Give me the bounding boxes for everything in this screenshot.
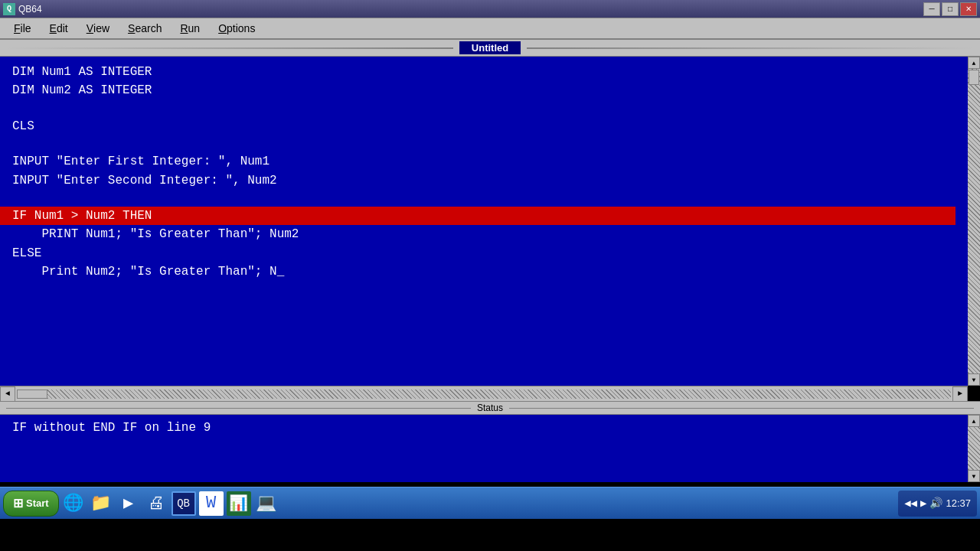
app-icon: Q <box>3 3 15 15</box>
taskbar-icon-qb64[interactable]: QB <box>172 491 196 516</box>
code-line-5 <box>0 135 956 152</box>
status-vertical-scrollbar[interactable]: ▲ ▼ <box>968 415 980 482</box>
close-button[interactable]: ✕ <box>960 2 977 16</box>
code-line-10: PRINT Num1; "Is Greater Than"; Num2 <box>0 225 956 243</box>
code-line-2: DIM Num2 AS INTEGER <box>0 81 956 99</box>
taskbar-icon-ie[interactable]: 🌐 <box>61 491 86 516</box>
scroll-left-button[interactable]: ◄ <box>0 386 15 402</box>
titlebar: Q QB64 ─ □ ✕ <box>0 0 980 18</box>
taskbar-icon-excel[interactable]: 📊 <box>227 491 251 516</box>
code-line-15 <box>0 315 956 332</box>
menu-options[interactable]: Options <box>211 20 263 37</box>
menu-run[interactable]: Run <box>172 20 207 37</box>
scroll-up-button[interactable]: ▲ <box>968 57 980 69</box>
taskbar-icon-word[interactable]: W <box>199 491 224 516</box>
code-line-17 <box>0 349 956 366</box>
code-line-8 <box>0 190 956 207</box>
minimize-button[interactable]: ─ <box>923 2 940 16</box>
horizontal-scrollbar[interactable]: ◄ ► <box>0 386 968 401</box>
scroll-right-button[interactable]: ► <box>952 386 968 402</box>
taskbar-icon-folder[interactable]: 📁 <box>89 491 113 516</box>
code-line-6: INPUT "Enter First Integer: ", Num1 <box>0 152 956 171</box>
scroll-down-button[interactable]: ▼ <box>968 373 980 386</box>
code-line-1: DIM Num1 AS INTEGER <box>0 63 956 81</box>
start-button[interactable]: ⊞ Start <box>3 491 59 517</box>
code-line-11: ELSE <box>0 244 956 262</box>
scroll-thumb-h[interactable] <box>17 390 47 399</box>
status-message: IF without END IF on line 9 <box>12 421 211 435</box>
tray-icon-3: 🔊 <box>929 497 942 510</box>
document-titlebar: Untitled <box>0 40 980 57</box>
code-line-13 <box>0 282 956 298</box>
status-area: IF without END IF on line 9 <box>0 415 968 482</box>
taskbar-icon-hp[interactable]: 🖨 <box>144 491 168 516</box>
tray-icon-1: ◀◀ <box>904 497 917 510</box>
taskbar: ⊞ Start 🌐 📁 ▶ 🖨 QB W 📊 💻 ◀◀ ▶ 🔊 12:37 <box>0 487 980 519</box>
code-line-4: CLS <box>0 117 956 135</box>
code-editor[interactable]: DIM Num1 AS INTEGER DIM Num2 AS INTEGER … <box>0 57 968 386</box>
menu-search[interactable]: Search <box>120 20 169 37</box>
tray-icon-2: ▶ <box>920 497 926 510</box>
menubar: File Edit View Search Run Options <box>0 18 980 40</box>
menu-edit[interactable]: Edit <box>42 20 76 37</box>
system-tray: ◀◀ ▶ 🔊 12:37 <box>898 491 977 517</box>
scroll-thumb[interactable] <box>969 70 979 85</box>
code-line-3 <box>0 100 956 117</box>
menu-file[interactable]: File <box>6 20 39 37</box>
code-line-16 <box>0 332 956 349</box>
code-line-14 <box>0 298 956 315</box>
window-title: QB64 <box>18 4 42 15</box>
clock: 12:37 <box>946 497 971 509</box>
maximize-button[interactable]: □ <box>942 2 959 16</box>
status-header: Status <box>0 401 980 415</box>
menu-view[interactable]: View <box>79 20 117 37</box>
document-title: Untitled <box>459 41 521 54</box>
start-label: Start <box>26 497 49 509</box>
code-line-7: INPUT "Enter Second Integer: ", Num2 <box>0 171 956 190</box>
status-title: Status <box>477 403 503 413</box>
taskbar-icon-media[interactable]: ▶ <box>116 491 141 516</box>
taskbar-icon-other[interactable]: 💻 <box>254 491 279 516</box>
window-controls: ─ □ ✕ <box>923 2 977 16</box>
status-scroll-up[interactable]: ▲ <box>968 415 980 427</box>
scroll-track[interactable] <box>17 390 951 399</box>
vertical-scrollbar[interactable]: ▲ ▼ <box>968 57 980 386</box>
code-line-12: Print Num2; "Is Greater Than"; N_ <box>0 262 956 281</box>
status-scroll-down[interactable]: ▼ <box>968 470 980 482</box>
code-line-9: IF Num1 > Num2 THEN <box>0 207 956 225</box>
